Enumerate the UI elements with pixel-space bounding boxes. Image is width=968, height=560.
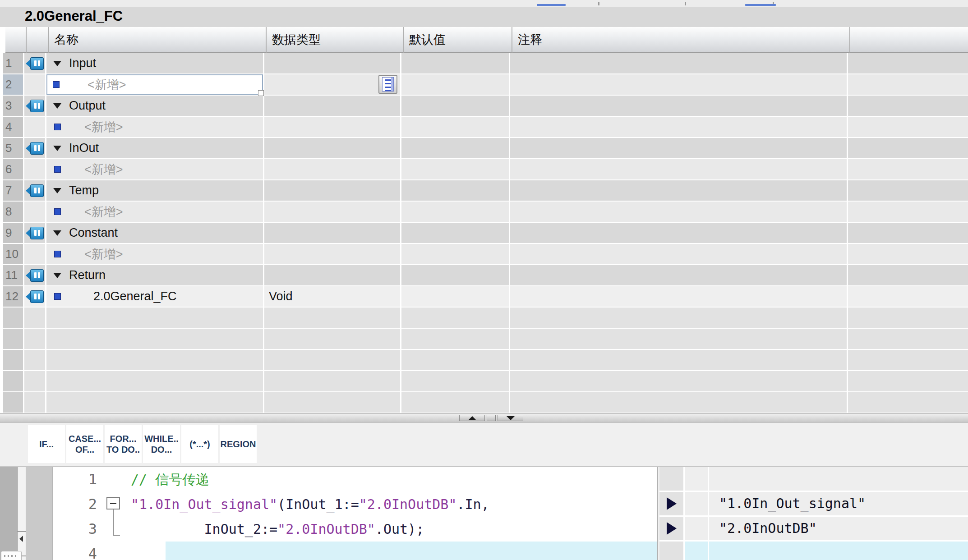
comment-cell[interactable] — [510, 308, 848, 329]
splitter-collapse-up-button[interactable] — [459, 415, 485, 421]
name-cell[interactable] — [46, 371, 264, 392]
splitter-collapse-down-button[interactable] — [498, 415, 523, 421]
table-row[interactable] — [0, 371, 968, 392]
default-value-cell[interactable] — [401, 392, 510, 413]
name-cell[interactable]: <新增> — [46, 159, 264, 180]
default-value-cell[interactable] — [401, 202, 510, 223]
left-splitter-strip[interactable] — [17, 467, 26, 560]
comment-cell[interactable] — [510, 96, 848, 117]
default-value-cell[interactable] — [401, 350, 510, 371]
snippet-button[interactable]: WHILE.. DO... — [143, 425, 180, 463]
default-value-cell[interactable] — [401, 244, 510, 265]
comment-cell[interactable] — [510, 159, 848, 180]
comment-cell[interactable] — [510, 329, 848, 350]
datatype-cell[interactable] — [264, 159, 401, 180]
reference-text[interactable] — [709, 467, 968, 492]
name-cell[interactable]: <新增> — [46, 117, 264, 138]
fold-collapse-icon[interactable] — [106, 497, 120, 510]
comment-cell[interactable] — [510, 202, 848, 223]
default-value-cell[interactable] — [401, 329, 510, 350]
table-row[interactable]: 11 Return — [0, 265, 968, 286]
default-value-cell[interactable] — [401, 308, 510, 329]
table-row[interactable]: 10 <新增> — [0, 244, 968, 265]
datatype-cell[interactable] — [264, 308, 401, 329]
table-row[interactable] — [0, 350, 968, 371]
name-cell[interactable]: <新增> — [46, 202, 264, 223]
default-value-cell[interactable] — [401, 138, 510, 159]
table-row[interactable]: 7 Temp — [0, 180, 968, 202]
comment-cell[interactable] — [510, 350, 848, 371]
name-cell[interactable] — [46, 308, 264, 329]
datatype-picker-button[interactable] — [378, 75, 397, 94]
default-value-cell[interactable] — [401, 53, 510, 74]
datatype-cell[interactable] — [264, 74, 401, 96]
table-row[interactable] — [0, 308, 968, 329]
name-cell[interactable] — [46, 392, 264, 413]
collapse-triangle-icon[interactable] — [53, 273, 61, 278]
datatype-cell[interactable] — [264, 265, 401, 286]
name-cell[interactable]: Input — [46, 53, 264, 74]
comment-cell[interactable] — [510, 117, 848, 138]
pane-splitter[interactable] — [0, 413, 968, 422]
table-row[interactable]: 12 2.0General_FC Void — [0, 286, 968, 308]
name-cell[interactable]: Return — [46, 265, 264, 286]
comment-cell[interactable] — [510, 74, 848, 96]
datatype-cell[interactable] — [264, 371, 401, 392]
code-line[interactable]: 4 — [53, 542, 657, 560]
header-comment[interactable]: 注释 — [512, 27, 850, 53]
datatype-cell[interactable] — [264, 117, 401, 138]
comment-cell[interactable] — [510, 223, 848, 244]
comment-cell[interactable] — [510, 265, 848, 286]
snippet-button[interactable]: REGION — [220, 425, 257, 463]
reference-text[interactable] — [709, 542, 968, 560]
table-row[interactable] — [0, 392, 968, 413]
table-row[interactable] — [0, 329, 968, 350]
datatype-cell[interactable] — [264, 329, 401, 350]
default-value-cell[interactable] — [401, 265, 510, 286]
collapse-triangle-icon[interactable] — [53, 103, 61, 109]
name-cell[interactable] — [46, 329, 264, 350]
table-row[interactable]: 1 Input — [0, 53, 968, 74]
code-area[interactable]: 1 // 信号传递 2 "1.0In_Out_signal"(InOut_1:=… — [53, 467, 657, 560]
snippet-button[interactable]: CASE... OF... — [66, 425, 103, 463]
default-value-cell[interactable] — [401, 180, 510, 202]
snippet-button[interactable]: (*...*) — [181, 425, 218, 463]
name-cell[interactable]: Output — [46, 96, 264, 117]
default-value-cell[interactable] — [401, 159, 510, 180]
comment-cell[interactable] — [510, 371, 848, 392]
arrow-cell[interactable] — [659, 542, 685, 560]
snippet-button[interactable]: FOR... TO DO.. — [105, 425, 142, 463]
datatype-cell[interactable] — [264, 244, 401, 265]
name-cell[interactable]: 2.0General_FC — [46, 286, 264, 308]
table-row[interactable]: 2 <新增> — [0, 74, 968, 96]
comment-cell[interactable] — [510, 138, 848, 159]
table-row[interactable]: 4 <新增> — [0, 117, 968, 138]
collapse-left-icon[interactable] — [19, 536, 23, 542]
comment-cell[interactable] — [510, 286, 848, 308]
cell-resize-handle[interactable] — [258, 90, 264, 96]
default-value-cell[interactable] — [401, 371, 510, 392]
table-row[interactable]: 5 InOut — [0, 138, 968, 159]
code-line[interactable]: 1 // 信号传递 — [53, 467, 657, 492]
name-cell[interactable]: Temp — [46, 180, 264, 202]
code-line[interactable]: 2 "1.0In_Out_signal"(InOut_1:="2.0InOutD… — [53, 492, 657, 517]
comment-cell[interactable] — [510, 392, 848, 413]
datatype-cell[interactable] — [264, 138, 401, 159]
snippet-button[interactable]: IF... — [28, 425, 65, 463]
datatype-cell[interactable] — [264, 180, 401, 202]
comment-cell[interactable] — [510, 180, 848, 202]
table-row[interactable]: 9 Constant — [0, 223, 968, 244]
datatype-cell[interactable] — [264, 392, 401, 413]
arrow-cell[interactable] — [659, 467, 685, 492]
datatype-cell[interactable] — [264, 202, 401, 223]
table-row[interactable]: 6 <新增> — [0, 159, 968, 180]
default-value-cell[interactable] — [401, 117, 510, 138]
name-cell[interactable]: InOut — [46, 138, 264, 159]
datatype-cell[interactable] — [264, 53, 401, 74]
default-value-cell[interactable] — [401, 96, 510, 117]
default-value-cell[interactable] — [401, 223, 510, 244]
reference-text[interactable]: "1.0In_Out_signal" — [709, 492, 968, 517]
collapse-triangle-icon[interactable] — [53, 146, 61, 151]
header-default[interactable]: 默认值 — [404, 27, 512, 53]
name-cell[interactable]: <新增> — [46, 244, 264, 265]
